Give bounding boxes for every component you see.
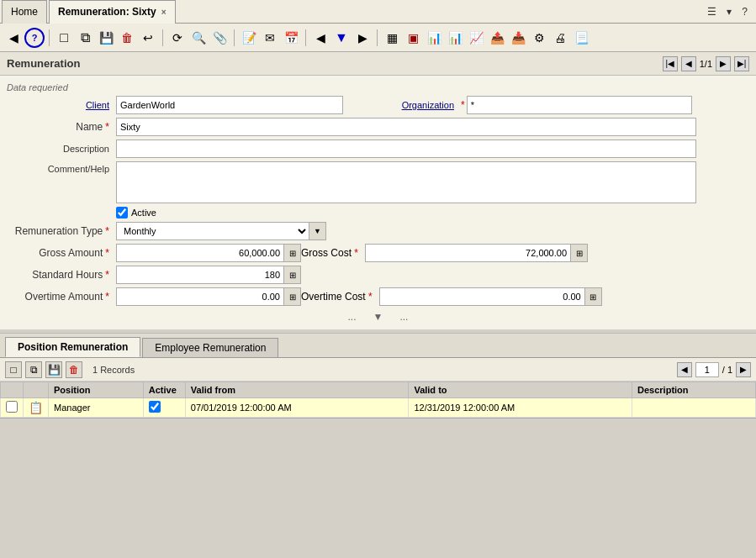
nav-last-button[interactable]: ▶|	[734, 56, 749, 71]
row-icon-cell: 📋	[24, 398, 49, 418]
nav-next-button[interactable]: ▶	[352, 28, 373, 48]
toolbar-group-report: ▦ ▣ 📊 📊 📈 📤 📥 ⚙ 🖨 📃	[382, 28, 591, 48]
standard-hours-calc-icon[interactable]: ⊞	[284, 266, 301, 284]
copy-button[interactable]: ⧉	[75, 28, 95, 48]
name-input[interactable]	[116, 118, 696, 136]
row-valid-from-cell: 07/01/2019 12:00:00 AM	[185, 398, 409, 418]
remuneration-type-select[interactable]: Monthly Weekly Daily Hourly	[116, 222, 309, 240]
nav-prev-button[interactable]: ◀	[310, 28, 330, 48]
attach-button[interactable]: 📎	[209, 28, 230, 48]
sub-copy-button[interactable]: ⧉	[25, 361, 42, 378]
nav-next-record-button[interactable]: ▶	[716, 56, 731, 71]
refresh-button[interactable]: ⟳	[167, 28, 188, 48]
col-active: Active	[143, 382, 185, 398]
chart-button[interactable]: 📈	[466, 28, 486, 48]
gross-amount-input[interactable]	[116, 244, 284, 262]
standard-hours-input[interactable]	[116, 266, 284, 284]
active-checkbox[interactable]	[116, 207, 128, 218]
row-active-checkbox[interactable]	[149, 401, 161, 413]
tab-home[interactable]: Home	[2, 0, 47, 24]
nav-first-button[interactable]: |◀	[663, 56, 678, 71]
data-requeried-label: Data requeried	[0, 81, 756, 96]
sub-save-button[interactable]: 💾	[45, 361, 62, 378]
help-button[interactable]: ?	[24, 28, 45, 48]
sub-nav-next-button[interactable]: ▶	[736, 362, 751, 377]
col-description: Description	[632, 382, 756, 398]
org-label[interactable]: Organization	[377, 100, 461, 110]
overtime-amount-calc-icon[interactable]: ⊞	[284, 287, 301, 306]
separator-2	[162, 29, 163, 46]
records-count: 1 Records	[93, 365, 135, 375]
page-title: Remuneration	[7, 57, 80, 70]
client-label[interactable]: Client	[7, 100, 116, 110]
nav-prev-record-button[interactable]: ◀	[681, 56, 696, 71]
report-button[interactable]: 📊	[424, 28, 444, 48]
col-position: Position	[49, 382, 144, 398]
tab-position-remuneration[interactable]: Position Remuneration	[5, 337, 140, 357]
back-button[interactable]: ◀	[3, 28, 24, 48]
separator-3	[234, 29, 235, 46]
find-button[interactable]: 🔍	[188, 28, 209, 48]
active-row: Active	[0, 207, 756, 218]
client-input[interactable]	[116, 96, 343, 114]
comment-row: Comment/Help	[0, 161, 756, 203]
gross-amount-calc-icon[interactable]: ⊞	[284, 244, 301, 262]
overtime-amount-input[interactable]	[116, 287, 284, 306]
print-button[interactable]: 🖨	[550, 28, 570, 48]
position-remuneration-table: Position Active Valid from Valid to Desc…	[0, 382, 756, 418]
description-input[interactable]	[116, 140, 696, 158]
gross-amount-label: Gross Amount *	[7, 247, 116, 259]
record-header: Remuneration |◀ ◀ 1/1 ▶ ▶|	[0, 52, 756, 76]
overtime-cost-calc-icon[interactable]: ⊞	[585, 287, 602, 306]
settings-button[interactable]: ⚙	[529, 28, 549, 48]
sub-nav-prev-button[interactable]: ◀	[677, 362, 692, 377]
record-navigation: |◀ ◀ 1/1 ▶ ▶|	[663, 56, 749, 71]
table-header-row: Position Active Valid from Valid to Desc…	[1, 382, 756, 398]
undo-button[interactable]: ↩	[138, 28, 158, 48]
sub-nav-page-input[interactable]	[695, 362, 719, 377]
print2-button[interactable]: 📃	[571, 28, 591, 48]
remuneration-type-label: Remuneration Type *	[7, 225, 116, 237]
delete-button[interactable]: 🗑	[117, 28, 137, 48]
tab-employee-remuneration[interactable]: Employee Remuneration	[142, 338, 278, 357]
horizontal-scrollbar[interactable]	[0, 418, 756, 424]
help-icon[interactable]: ?	[738, 4, 751, 19]
close-icon[interactable]: ×	[161, 8, 167, 17]
tabs-bar: Position Remuneration Employee Remunerat…	[0, 334, 756, 358]
dropdown-arrow-icon[interactable]: ▼	[309, 222, 326, 240]
new-button[interactable]: □	[54, 28, 74, 48]
tab-remuneration[interactable]: Remuneration: Sixty ×	[49, 0, 176, 24]
row-position-cell[interactable]: Manager	[49, 398, 144, 418]
form-button[interactable]: ▣	[403, 28, 423, 48]
gross-cost-input[interactable]	[365, 244, 571, 262]
separator-5	[377, 29, 378, 46]
ellipsis-arrow[interactable]: ▼	[373, 311, 383, 323]
gross-cost-calc-icon[interactable]: ⊞	[571, 244, 588, 262]
ellipsis-right: ...	[399, 311, 408, 323]
mail-button[interactable]: ✉	[260, 28, 280, 48]
sub-new-button[interactable]: □	[5, 361, 22, 378]
save-button[interactable]: 💾	[96, 28, 116, 48]
standard-hours-label: Standard Hours *	[7, 269, 116, 281]
sub-delete-button[interactable]: 🗑	[66, 361, 82, 378]
note-button[interactable]: 📝	[239, 28, 259, 48]
calendar-button[interactable]: 📅	[281, 28, 301, 48]
report2-button[interactable]: 📊	[445, 28, 465, 48]
separator-4	[305, 29, 306, 46]
comment-textarea[interactable]	[116, 161, 696, 203]
row-checkbox[interactable]	[6, 401, 18, 413]
description-row: Description	[0, 140, 756, 158]
org-input[interactable]	[467, 96, 692, 114]
gross-cost-field: ⊞	[365, 244, 588, 262]
standard-hours-field: ⊞	[116, 266, 301, 284]
export-button[interactable]: 📤	[487, 28, 507, 48]
import-button[interactable]: 📥	[508, 28, 528, 48]
row-record-icon[interactable]: 📋	[29, 401, 43, 414]
grid-button[interactable]: ▦	[382, 28, 402, 48]
nav-down-button[interactable]: ▼	[331, 28, 352, 48]
menu-icon[interactable]: ☰	[704, 4, 720, 19]
title-bar: Home Remuneration: Sixty × ☰ ▾ ?	[0, 0, 756, 24]
minimize-icon[interactable]: ▾	[723, 4, 735, 19]
col-valid-to: Valid to	[409, 382, 632, 398]
overtime-cost-input[interactable]	[379, 287, 585, 306]
